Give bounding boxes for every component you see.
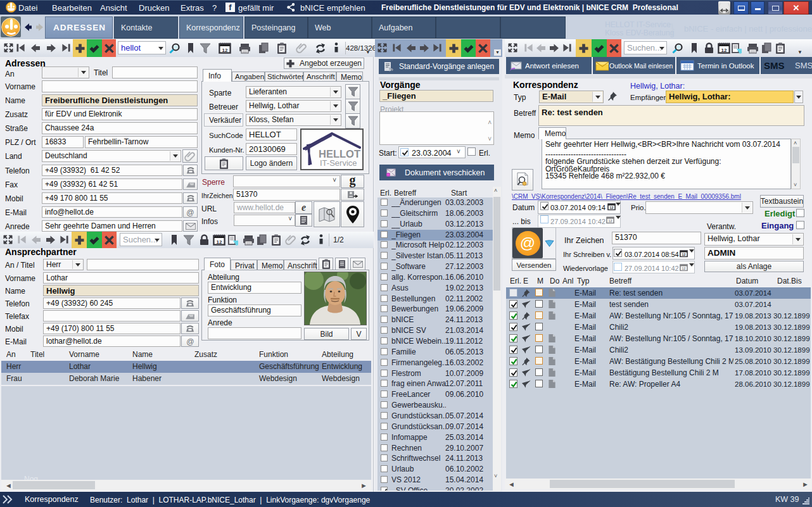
svg-text:IT-Service: IT-Service — [320, 158, 357, 168]
